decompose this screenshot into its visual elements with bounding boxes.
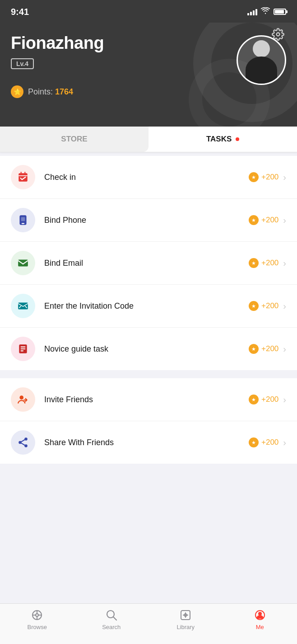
task-item-bind-phone[interactable]: Bind Phone ★ +200 › xyxy=(0,199,297,242)
reward-star-icon: ★ xyxy=(249,215,259,225)
nav-item-search[interactable]: Search xyxy=(74,608,149,630)
tab-tasks[interactable]: TASKS xyxy=(148,127,297,152)
task-item-novice-guide[interactable]: Novice guide task ★ +200 › xyxy=(0,328,297,370)
task-name-bind-phone: Bind Phone xyxy=(44,216,249,225)
svg-rect-3 xyxy=(22,223,25,224)
task-name-check-in: Check in xyxy=(44,173,249,182)
tab-store[interactable]: STORE xyxy=(0,127,148,152)
level-badge: Lv.4 xyxy=(11,58,34,69)
invite-friends-icon xyxy=(11,387,35,412)
task-item-bind-email[interactable]: Bind Email ★ +200 › xyxy=(0,242,297,285)
chevron-right-icon: › xyxy=(283,301,286,311)
bind-phone-icon xyxy=(11,208,35,232)
task-name-invite-friends: Invite Friends xyxy=(44,395,249,404)
task-item-check-in[interactable]: Check in ★ +200 › xyxy=(0,156,297,199)
nav-label-me: Me xyxy=(256,624,264,630)
nav-item-me[interactable]: Me xyxy=(223,608,297,630)
task-item-share-friends[interactable]: Share With Friends ★ +200 › xyxy=(0,421,297,464)
task-name-novice-guide: Novice guide task xyxy=(44,344,249,354)
task-name-bind-email: Bind Email xyxy=(44,259,249,268)
bottom-nav: Browse Search Library xyxy=(0,603,297,644)
chevron-right-icon: › xyxy=(283,437,286,448)
task-name-share-friends: Share With Friends xyxy=(44,438,249,447)
reward-star-icon: ★ xyxy=(249,172,259,182)
svg-rect-9 xyxy=(21,348,26,349)
user-info: Fionazhang Lv.4 ⭐ Points: 1764 xyxy=(11,33,104,98)
svg-rect-8 xyxy=(21,347,26,348)
library-icon xyxy=(179,608,192,622)
svg-rect-4 xyxy=(21,217,25,221)
chevron-right-icon: › xyxy=(283,215,286,226)
task-reward-bind-email: ★ +200 xyxy=(249,258,278,268)
points-star-icon: ⭐ xyxy=(11,85,23,98)
task-item-invite-friends[interactable]: Invite Friends ★ +200 › xyxy=(0,378,297,421)
social-task-list: Invite Friends ★ +200 › Share With Frien… xyxy=(0,378,297,464)
svg-rect-1 xyxy=(19,173,28,181)
task-list: Check in ★ +200 › Bind Phone ★ +200 › xyxy=(0,156,297,370)
chevron-right-icon: › xyxy=(283,172,286,183)
username: Fionazhang xyxy=(11,33,104,53)
share-friends-icon xyxy=(11,430,35,455)
svg-point-11 xyxy=(19,395,23,400)
chevron-right-icon: › xyxy=(283,395,286,405)
chevron-right-icon: › xyxy=(283,258,286,268)
nav-label-browse: Browse xyxy=(28,624,47,630)
status-icons xyxy=(247,7,286,16)
points-value: 1764 xyxy=(55,87,73,96)
bind-email-icon xyxy=(11,251,35,275)
nav-item-browse[interactable]: Browse xyxy=(0,608,74,630)
task-reward-check-in: ★ +200 xyxy=(249,172,278,182)
task-reward-share-friends: ★ +200 xyxy=(249,437,278,447)
browse-icon xyxy=(30,608,44,622)
task-name-invitation-code: Enter the Invitation Code xyxy=(44,301,249,311)
chevron-right-icon: › xyxy=(283,344,286,354)
novice-guide-icon xyxy=(11,337,35,361)
check-in-icon xyxy=(11,165,35,189)
svg-point-21 xyxy=(107,611,114,618)
svg-rect-10 xyxy=(21,350,24,351)
task-reward-novice-guide: ★ +200 xyxy=(249,344,278,354)
wifi-icon xyxy=(261,7,270,16)
reward-star-icon: ★ xyxy=(249,437,259,447)
task-reward-bind-phone: ★ +200 xyxy=(249,215,278,225)
svg-point-0 xyxy=(277,33,280,36)
search-icon xyxy=(105,608,118,622)
signal-icon xyxy=(247,8,257,15)
section-divider xyxy=(0,370,297,375)
reward-star-icon: ★ xyxy=(249,301,259,311)
status-bar: 9:41 xyxy=(0,0,297,23)
task-reward-invitation-code: ★ +200 xyxy=(249,301,278,311)
task-item-invitation-code[interactable]: Enter the Invitation Code ★ +200 › xyxy=(0,285,297,328)
battery-icon xyxy=(274,9,286,15)
svg-rect-5 xyxy=(18,259,28,266)
reward-star-icon: ★ xyxy=(249,258,259,268)
status-time: 9:41 xyxy=(11,7,29,17)
reward-star-icon: ★ xyxy=(249,395,259,404)
svg-line-22 xyxy=(113,617,116,620)
me-icon xyxy=(253,608,267,622)
avatar[interactable] xyxy=(237,35,286,85)
svg-point-16 xyxy=(36,614,38,616)
header-section: Fionazhang Lv.4 ⭐ Points: 1764 xyxy=(0,23,297,127)
nav-label-library: Library xyxy=(176,624,195,630)
invitation-code-icon xyxy=(11,294,35,318)
points-row: ⭐ Points: 1764 xyxy=(11,85,104,98)
svg-rect-6 xyxy=(18,302,28,309)
tab-tasks-dot xyxy=(236,137,239,141)
reward-star-icon: ★ xyxy=(249,344,259,354)
svg-point-26 xyxy=(258,612,262,616)
points-label: Points: 1764 xyxy=(28,87,73,97)
nav-label-search: Search xyxy=(102,624,121,630)
task-reward-invite-friends: ★ +200 xyxy=(249,395,278,404)
tabs: STORE TASKS xyxy=(0,127,297,152)
nav-item-library[interactable]: Library xyxy=(148,608,223,630)
